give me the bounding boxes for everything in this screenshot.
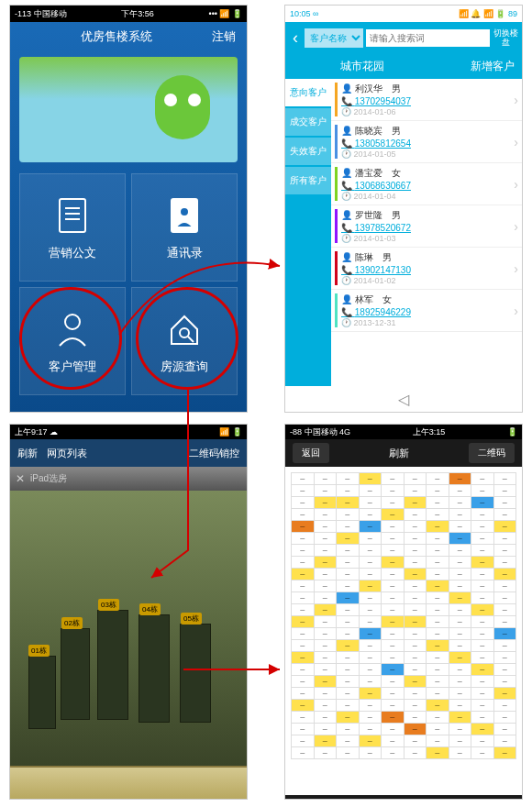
unit-cell[interactable]: — xyxy=(292,735,315,747)
unit-cell[interactable]: — xyxy=(382,735,405,747)
unit-cell[interactable]: — xyxy=(337,688,360,700)
unit-cell[interactable]: — xyxy=(427,545,449,557)
unit-cell[interactable]: — xyxy=(292,569,315,580)
filter-tab[interactable]: 意向客户 xyxy=(285,79,331,106)
unit-cell[interactable]: — xyxy=(427,557,449,569)
unit-cell[interactable]: — xyxy=(404,735,427,747)
unit-cell[interactable]: — xyxy=(314,700,337,712)
unit-cell[interactable]: — xyxy=(292,545,315,557)
unit-cell[interactable]: — xyxy=(292,652,315,664)
unit-cell[interactable]: — xyxy=(404,545,427,557)
unit-cell[interactable]: — xyxy=(314,688,337,700)
unit-cell[interactable]: — xyxy=(449,616,471,628)
filter-tab[interactable]: 成交客户 xyxy=(285,108,331,136)
unit-cell[interactable]: — xyxy=(292,592,315,604)
unit-cell[interactable]: — xyxy=(292,700,315,712)
unit-cell[interactable]: — xyxy=(382,569,405,580)
unit-cell[interactable]: — xyxy=(471,616,494,628)
unit-cell[interactable]: — xyxy=(449,580,471,592)
unit-cell[interactable]: — xyxy=(427,521,449,533)
switch-project-button[interactable]: 切换楼盘 xyxy=(493,28,518,47)
qr-button[interactable]: 二维码 xyxy=(469,443,515,463)
unit-cell[interactable]: — xyxy=(382,497,405,509)
back-button[interactable]: 返回 xyxy=(293,443,329,463)
unit-cell[interactable]: — xyxy=(404,652,427,664)
unit-cell[interactable]: — xyxy=(382,473,405,485)
customer-phone[interactable]: 13068630667 xyxy=(355,181,411,191)
customer-item[interactable]: 👤 陈晓宾男📞 13805812654🕐 2014-01-05› xyxy=(331,121,522,163)
add-customer-button[interactable]: 新增客户 xyxy=(471,59,515,74)
unit-cell[interactable]: — xyxy=(314,747,337,759)
unit-cell[interactable]: — xyxy=(404,497,427,509)
customer-list[interactable]: 👤 利汉华男📞 13702954037🕐 2014-01-06›👤 陈晓宾男📞 … xyxy=(331,79,522,386)
unit-cell[interactable]: — xyxy=(449,640,471,652)
unit-cell[interactable]: — xyxy=(382,700,405,712)
unit-cell[interactable]: — xyxy=(337,521,360,533)
unit-cell[interactable]: — xyxy=(449,700,471,712)
unit-cell[interactable]: — xyxy=(427,580,449,592)
unit-cell[interactable]: — xyxy=(314,664,337,676)
unit-cell[interactable]: — xyxy=(493,604,516,616)
unit-cell[interactable]: — xyxy=(493,724,516,735)
unit-cell[interactable]: — xyxy=(449,557,471,569)
unit-cell[interactable]: — xyxy=(449,604,471,616)
qr-sales-button[interactable]: 二维码销控 xyxy=(189,447,239,460)
unit-cell[interactable]: — xyxy=(337,652,360,664)
unit-cell[interactable]: — xyxy=(314,652,337,664)
unit-cell[interactable]: — xyxy=(337,604,360,616)
unit-cell[interactable]: — xyxy=(314,616,337,628)
unit-cell[interactable]: — xyxy=(404,521,427,533)
unit-cell[interactable]: — xyxy=(493,592,516,604)
customer-phone[interactable]: 13978520672 xyxy=(355,223,411,233)
unit-cell[interactable]: — xyxy=(382,604,405,616)
unit-cell[interactable]: — xyxy=(382,664,405,676)
unit-cell[interactable]: — xyxy=(337,569,360,580)
unit-cell[interactable]: — xyxy=(359,747,382,759)
unit-cell[interactable]: — xyxy=(449,592,471,604)
unit-cell[interactable]: — xyxy=(471,580,494,592)
unit-cell[interactable]: — xyxy=(404,640,427,652)
unit-cell[interactable]: — xyxy=(427,735,449,747)
unit-cell[interactable]: — xyxy=(427,712,449,724)
filter-tab[interactable]: 失效客户 xyxy=(285,138,331,165)
unit-cell[interactable]: — xyxy=(471,485,494,497)
tile-customers[interactable]: 客户管理 xyxy=(19,287,126,395)
unit-cell[interactable]: — xyxy=(404,688,427,700)
search-input[interactable] xyxy=(366,29,490,47)
unit-cell[interactable]: — xyxy=(337,664,360,676)
tile-documents[interactable]: 营销公文 xyxy=(19,173,126,282)
unit-cell[interactable]: — xyxy=(314,735,337,747)
unit-cell[interactable]: — xyxy=(359,521,382,533)
search-type-dropdown[interactable]: 客户名称 xyxy=(305,28,363,48)
unit-cell[interactable]: — xyxy=(449,712,471,724)
unit-cell[interactable]: — xyxy=(337,640,360,652)
unit-cell[interactable]: — xyxy=(337,557,360,569)
promo-banner[interactable] xyxy=(19,57,238,162)
unit-cell[interactable]: — xyxy=(292,640,315,652)
unit-cell[interactable]: — xyxy=(382,628,405,640)
unit-grid[interactable]: ————————————————————————————————————————… xyxy=(291,472,516,759)
unit-cell[interactable]: — xyxy=(449,545,471,557)
unit-cell[interactable]: — xyxy=(382,688,405,700)
unit-cell[interactable]: — xyxy=(292,676,315,688)
unit-cell[interactable]: — xyxy=(314,545,337,557)
unit-cell[interactable]: — xyxy=(314,521,337,533)
unit-cell[interactable]: — xyxy=(427,497,449,509)
unit-cell[interactable]: — xyxy=(471,533,494,545)
unit-cell[interactable]: — xyxy=(471,592,494,604)
unit-cell[interactable]: — xyxy=(449,509,471,521)
unit-cell[interactable]: — xyxy=(337,735,360,747)
unit-cell[interactable]: — xyxy=(292,533,315,545)
unit-cell[interactable]: — xyxy=(359,545,382,557)
unit-cell[interactable]: — xyxy=(337,724,360,735)
unit-cell[interactable]: — xyxy=(493,700,516,712)
unit-cell[interactable]: — xyxy=(449,473,471,485)
unit-cell[interactable]: — xyxy=(337,473,360,485)
customer-phone[interactable]: 13902147130 xyxy=(355,265,411,275)
unit-cell[interactable]: — xyxy=(314,533,337,545)
unit-cell[interactable]: — xyxy=(404,616,427,628)
unit-cell[interactable]: — xyxy=(427,676,449,688)
unit-cell[interactable]: — xyxy=(427,509,449,521)
unit-cell[interactable]: — xyxy=(493,497,516,509)
unit-cell[interactable]: — xyxy=(471,747,494,759)
